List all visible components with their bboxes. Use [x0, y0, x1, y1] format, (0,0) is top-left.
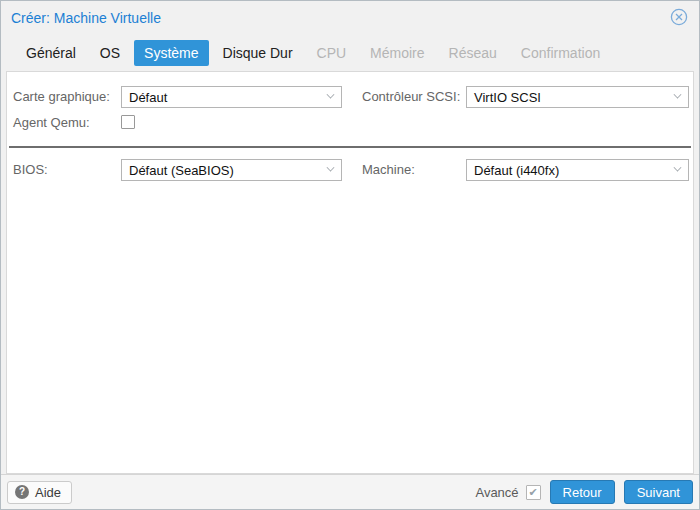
- qemu-agent-label: Agent Qemu:: [13, 112, 90, 134]
- next-button[interactable]: Suivant: [624, 480, 693, 504]
- advanced-checkbox[interactable]: [526, 485, 541, 500]
- tab-memoire: Mémoire: [360, 40, 434, 66]
- close-button[interactable]: [669, 7, 689, 27]
- tab-systeme[interactable]: Système: [134, 40, 208, 66]
- scsi-controller-value: VirtIO SCSI: [474, 90, 541, 105]
- graphics-card-label: Carte graphique:: [13, 86, 110, 108]
- system-form-panel: Carte graphique: Défaut Contrôleur SCSI:…: [6, 71, 694, 474]
- back-button[interactable]: Retour: [550, 480, 615, 504]
- circle-x-icon: [670, 8, 688, 26]
- bios-select[interactable]: Défaut (SeaBIOS): [121, 159, 342, 181]
- help-button-label: Aide: [35, 485, 61, 500]
- chevron-down-icon[interactable]: [674, 93, 681, 100]
- dialog-titlebar: Créer: Machine Virtuelle: [1, 1, 699, 33]
- tab-general[interactable]: Général: [16, 40, 86, 66]
- machine-value: Défaut (i440fx): [474, 163, 559, 178]
- scsi-controller-select[interactable]: VirtIO SCSI: [466, 86, 689, 108]
- question-mark-icon: ?: [15, 485, 29, 499]
- machine-label: Machine:: [362, 159, 415, 181]
- bios-value: Défaut (SeaBIOS): [129, 163, 234, 178]
- tab-confirmation: Confirmation: [511, 40, 610, 66]
- help-button[interactable]: ? Aide: [7, 481, 72, 504]
- tab-disque-dur[interactable]: Disque Dur: [213, 40, 303, 66]
- advanced-label: Avancé: [475, 485, 518, 500]
- scsi-controller-label: Contrôleur SCSI:: [362, 86, 460, 108]
- tab-os[interactable]: OS: [90, 40, 130, 66]
- bios-label: BIOS:: [13, 159, 48, 181]
- qemu-agent-checkbox[interactable]: [121, 115, 135, 129]
- graphics-card-value: Défaut: [129, 90, 167, 105]
- create-vm-dialog: Créer: Machine Virtuelle Général OS Syst…: [0, 0, 700, 510]
- section-separator: [9, 146, 691, 148]
- tab-reseau: Réseau: [439, 40, 507, 66]
- tab-cpu: CPU: [307, 40, 357, 66]
- graphics-card-select[interactable]: Défaut: [121, 86, 342, 108]
- chevron-down-icon[interactable]: [327, 166, 334, 173]
- dialog-footer: ? Aide Avancé Retour Suivant: [1, 474, 699, 509]
- chevron-down-icon[interactable]: [674, 166, 681, 173]
- dialog-title: Créer: Machine Virtuelle: [11, 8, 669, 26]
- chevron-down-icon[interactable]: [327, 93, 334, 100]
- machine-select[interactable]: Défaut (i440fx): [466, 159, 689, 181]
- wizard-tabbar: Général OS Système Disque Dur CPU Mémoir…: [1, 35, 699, 71]
